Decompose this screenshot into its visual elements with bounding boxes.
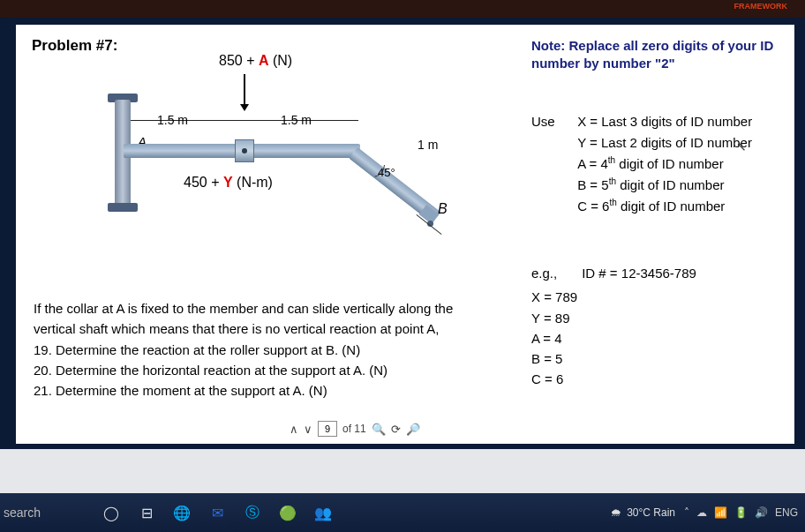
page-of-label: of 11 <box>342 423 366 435</box>
eg-c: C = 6 <box>531 369 779 389</box>
cortana-circle-icon[interactable]: ◯ <box>99 500 124 525</box>
tray-chevron-icon[interactable]: ˄ <box>684 506 689 519</box>
body-line-4: 20. Determine the horizontal reaction at… <box>34 360 501 380</box>
volume-icon[interactable]: 🔊 <box>755 506 768 519</box>
use-line-a: A = 4th digit of ID number <box>577 154 771 175</box>
page-nav: ∧ ∨ of 11 🔍 ⟳ 🔎 <box>290 421 420 437</box>
force-prefix: 850 + <box>219 53 259 68</box>
note-line2: number by number "2" <box>531 55 779 72</box>
body-line-5: 21. Determine the moment at the support … <box>34 380 501 401</box>
wifi-icon[interactable]: 📶 <box>714 506 727 519</box>
use-label: Use <box>531 111 574 132</box>
torque-label: 450 + Y (N-m) <box>184 175 273 191</box>
weather-text: 30°C Rain <box>627 506 675 519</box>
force-label: 850 + A (N) <box>219 53 292 69</box>
weather-widget[interactable]: 🌧 30°C Rain <box>611 506 675 519</box>
dimension-1-5-right: 1.5 m <box>281 113 312 127</box>
joint-pin-icon <box>242 148 247 154</box>
skype-icon[interactable]: Ⓢ <box>240 500 265 525</box>
body-line-3: 19. Determine the reaction at the roller… <box>34 340 501 360</box>
language-indicator[interactable]: ENG <box>775 506 798 519</box>
use-line-x: X = Last 3 digits of ID number <box>577 111 771 132</box>
taskbar-search[interactable]: search <box>4 506 41 520</box>
figure-diagram: 850 + A (N) 1.5 m 1.5 m A 45° 1 m B 450 … <box>69 60 440 245</box>
battery-icon[interactable]: 🔋 <box>734 506 748 519</box>
note-block: Note: Replace all zero digits of your ID… <box>531 37 779 73</box>
page-prev-button[interactable]: ∧ <box>290 423 298 436</box>
edge-icon[interactable]: 🌐 <box>169 500 194 525</box>
taskbar: search ◯ ⊟ 🌐 ✉ Ⓢ 🟢 👥 🌧 30°C Rain ˄ ☁ 📶 🔋… <box>0 493 805 532</box>
search-doc-icon[interactable]: 🔎 <box>406 423 420 436</box>
force-arrow-icon <box>244 74 245 106</box>
chrome-icon[interactable]: 🟢 <box>275 500 300 525</box>
page-current-input[interactable] <box>318 421 337 437</box>
torque-unit: (N-m) <box>233 175 273 190</box>
problem-body: If the collar at A is fixed to the membe… <box>34 298 501 401</box>
eg-id: ID # = 12-3456-789 <box>582 263 696 283</box>
support-cap-bottom <box>108 203 138 212</box>
use-lines: X = Last 3 digits of ID number Y = Last … <box>577 111 771 217</box>
note-line1: Note: Replace all zero digits of your ID <box>531 37 779 55</box>
angle-label: 45° <box>378 166 395 179</box>
document-page: Problem #7: Note: Replace all zero digit… <box>16 25 794 444</box>
mail-icon[interactable]: ✉ <box>205 500 229 525</box>
teams-icon[interactable]: 👥 <box>311 500 335 525</box>
task-view-icon[interactable]: ⊟ <box>134 500 159 525</box>
dimension-1m: 1 m <box>418 138 438 152</box>
body-line-1: If the collar at A is fixed to the membe… <box>34 298 501 318</box>
zoom-in-icon[interactable]: 🔍 <box>372 423 386 436</box>
eg-x: X = 789 <box>531 287 779 307</box>
system-tray[interactable]: ˄ ☁ 📶 🔋 🔊 ENG <box>684 506 798 519</box>
torque-variable: Y <box>223 175 233 190</box>
cursor-icon: ↖ <box>736 139 747 154</box>
page-next-button[interactable]: ∨ <box>304 423 312 436</box>
eg-label: e.g., <box>531 263 557 283</box>
weather-icon: 🌧 <box>611 506 621 519</box>
refresh-icon[interactable]: ⟳ <box>391 423 401 436</box>
force-variable: A <box>259 53 269 68</box>
eg-a: A = 4 <box>531 328 779 348</box>
use-line-b: B = 5th digit of ID number <box>577 175 771 196</box>
example-block: e.g., ID # = 12-3456-789 X = 789 Y = 89 … <box>531 263 779 390</box>
eg-y: Y = 89 <box>531 308 779 328</box>
use-block: Use X = Last 3 digits of ID number Y = L… <box>531 111 779 217</box>
eg-b: B = 5 <box>531 348 779 369</box>
torque-prefix: 450 + <box>184 175 223 190</box>
framework-label: FRAMEWORK <box>734 2 788 11</box>
force-unit: (N) <box>269 53 293 68</box>
body-line-2: vertical shaft which means that there is… <box>34 318 501 339</box>
use-line-c: C = 6th digit of ID number <box>577 196 771 217</box>
dimension-1-5-left: 1.5 m <box>157 113 188 127</box>
onedrive-icon[interactable]: ☁ <box>696 506 707 519</box>
window-chrome-bottom <box>0 449 805 493</box>
